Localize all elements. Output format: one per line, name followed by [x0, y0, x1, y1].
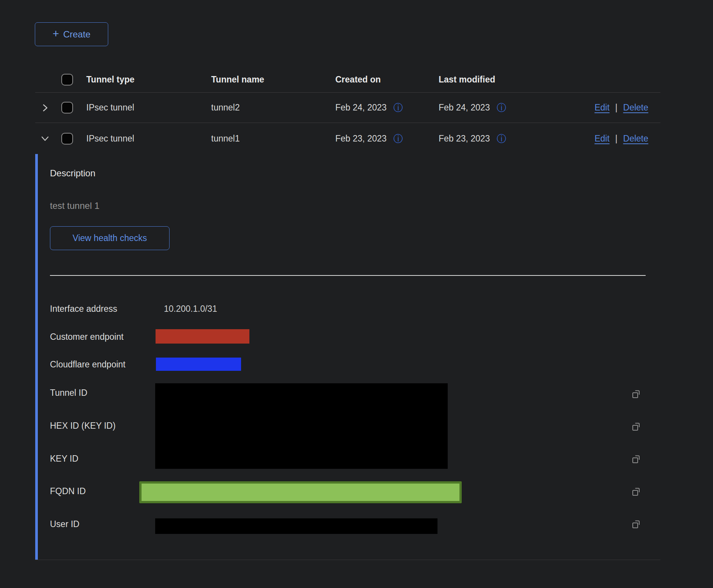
edit-link[interactable]: Edit [595, 134, 610, 144]
copy-icon [631, 389, 641, 399]
info-icon[interactable]: ⓘ [394, 134, 403, 143]
panel-bottom-divider [35, 560, 660, 560]
header-last-modified: Last modified [439, 75, 543, 85]
tunnels-table: Tunnel type Tunnel name Created on Last … [35, 67, 660, 154]
header-checkbox-cell [56, 74, 86, 86]
customer-endpoint-label: Customer endpoint [50, 331, 123, 342]
info-icon[interactable]: ⓘ [497, 103, 506, 112]
cloudflare-endpoint-redacted-value [156, 358, 241, 371]
tunnel-type-value: IPsec tunnel [86, 103, 211, 113]
chevron-down-icon[interactable] [39, 133, 51, 144]
customer-endpoint-redacted-value [156, 329, 249, 344]
tunnel-type-value: IPsec tunnel [86, 134, 211, 144]
action-separator: | [615, 134, 618, 144]
create-button[interactable]: + Create [35, 22, 108, 46]
delete-link[interactable]: Delete [623, 134, 648, 144]
description-label: Description [50, 168, 95, 179]
row-checkbox[interactable] [61, 133, 73, 145]
fqdn-id-label: FQDN ID [50, 486, 86, 496]
tunnel-name-value: tunnel1 [211, 134, 335, 144]
copy-user-id-button[interactable] [630, 518, 642, 530]
header-created-on: Created on [335, 75, 439, 85]
info-icon[interactable]: ⓘ [497, 134, 506, 143]
edit-link[interactable]: Edit [595, 103, 610, 113]
row-checkbox[interactable] [61, 102, 73, 114]
description-value: test tunnel 1 [50, 201, 100, 211]
table-header-row: Tunnel type Tunnel name Created on Last … [35, 67, 660, 93]
copy-tunnel-id-button[interactable] [630, 388, 642, 400]
created-on-value: Feb 23, 2023 [335, 134, 387, 144]
key-id-label: KEY ID [50, 453, 78, 464]
copy-fqdn-id-button[interactable] [630, 486, 642, 497]
created-on-value: Feb 24, 2023 [335, 103, 387, 113]
header-tunnel-name: Tunnel name [211, 75, 335, 85]
copy-key-id-button[interactable] [630, 453, 642, 465]
create-button-label: Create [63, 29, 90, 40]
plus-icon: + [53, 28, 59, 39]
delete-link[interactable]: Delete [623, 103, 648, 113]
table-row: IPsec tunnel tunnel1 Feb 23, 2023 ⓘ Feb … [35, 123, 660, 154]
header-tunnel-type: Tunnel type [86, 75, 211, 85]
copy-icon [631, 519, 641, 529]
tunnel-hex-key-id-redacted-value [155, 383, 448, 469]
last-modified-value: Feb 24, 2023 [439, 103, 490, 113]
copy-icon [631, 421, 641, 432]
copy-hex-id-button[interactable] [630, 421, 642, 432]
cloudflare-endpoint-label: Cloudflare endpoint [50, 359, 125, 370]
user-id-redacted-value [155, 518, 437, 534]
tunnel-id-label: Tunnel ID [50, 387, 87, 398]
tunnel-name-value: tunnel2 [211, 103, 335, 113]
table-row: IPsec tunnel tunnel2 Feb 24, 2023 ⓘ Feb … [35, 93, 660, 123]
copy-icon [631, 454, 641, 464]
user-id-label: User ID [50, 519, 79, 529]
section-divider [50, 275, 646, 276]
copy-icon [631, 486, 641, 497]
interface-address-value: 10.200.1.0/31 [164, 303, 217, 314]
select-all-checkbox[interactable] [61, 74, 73, 86]
hex-id-label: HEX ID (KEY ID) [50, 420, 115, 431]
tunnels-page: + Create Tunnel type Tunnel name Created… [0, 0, 713, 588]
info-icon[interactable]: ⓘ [394, 103, 403, 112]
last-modified-value: Feb 23, 2023 [439, 134, 490, 144]
interface-address-label: Interface address [50, 303, 117, 314]
expanded-row-indicator-bar [35, 154, 38, 560]
action-separator: | [615, 103, 618, 113]
chevron-right-icon[interactable] [39, 102, 51, 114]
fqdn-id-redacted-value [139, 481, 462, 503]
view-health-checks-button[interactable]: View health checks [50, 226, 170, 250]
